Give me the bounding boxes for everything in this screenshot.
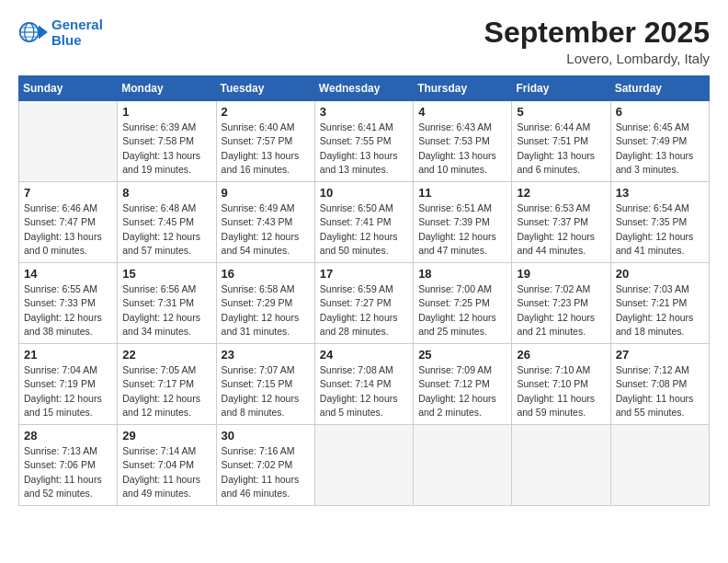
day-info: Sunrise: 6:50 AMSunset: 7:41 PMDaylight:… [320,201,408,258]
day-cell-0-4: 4Sunrise: 6:43 AMSunset: 7:53 PMDaylight… [414,101,512,182]
week-row-3: 14Sunrise: 6:55 AMSunset: 7:33 PMDayligh… [19,263,710,344]
week-row-2: 7Sunrise: 6:46 AMSunset: 7:47 PMDaylight… [19,182,710,263]
day-cell-2-0: 14Sunrise: 6:55 AMSunset: 7:33 PMDayligh… [19,263,118,344]
day-info: Sunrise: 6:55 AMSunset: 7:33 PMDaylight:… [24,282,112,339]
day-info: Sunrise: 6:43 AMSunset: 7:53 PMDaylight:… [418,121,506,177]
logo-line2: Blue [51,32,82,48]
col-monday: Monday [118,76,216,101]
day-cell-3-4: 25Sunrise: 7:09 AMSunset: 7:12 PMDayligh… [414,344,512,425]
day-number: 13 [616,186,704,200]
day-cell-0-5: 5Sunrise: 6:44 AMSunset: 7:51 PMDaylight… [512,101,610,182]
col-sunday: Sunday [19,76,118,101]
day-cell-3-0: 21Sunrise: 7:04 AMSunset: 7:19 PMDayligh… [19,344,118,425]
day-cell-3-1: 22Sunrise: 7:05 AMSunset: 7:17 PMDayligh… [118,344,216,425]
day-info: Sunrise: 7:04 AMSunset: 7:19 PMDaylight:… [24,363,112,419]
day-number: 7 [24,186,112,200]
day-info: Sunrise: 7:16 AMSunset: 7:02 PMDaylight:… [222,444,310,500]
day-info: Sunrise: 6:51 AMSunset: 7:39 PMDaylight:… [418,201,506,258]
day-cell-3-2: 23Sunrise: 7:07 AMSunset: 7:15 PMDayligh… [216,344,314,425]
day-cell-1-2: 9Sunrise: 6:49 AMSunset: 7:43 PMDaylight… [216,182,314,263]
day-cell-0-3: 3Sunrise: 6:41 AMSunset: 7:55 PMDaylight… [314,101,413,182]
svg-marker-5 [39,26,48,40]
day-cell-4-3 [314,425,413,506]
col-saturday: Saturday [610,76,709,101]
logo: General Blue [18,17,103,49]
day-number: 26 [517,348,605,362]
day-info: Sunrise: 6:53 AMSunset: 7:37 PMDaylight:… [517,201,605,258]
day-number: 3 [320,105,408,119]
day-cell-3-5: 26Sunrise: 7:10 AMSunset: 7:10 PMDayligh… [512,344,610,425]
day-info: Sunrise: 6:41 AMSunset: 7:55 PMDaylight:… [320,121,408,177]
col-wednesday: Wednesday [314,76,413,101]
logo-icon [18,17,48,47]
day-info: Sunrise: 6:44 AMSunset: 7:51 PMDaylight:… [517,121,605,177]
day-info: Sunrise: 6:49 AMSunset: 7:43 PMDaylight:… [222,201,310,258]
day-number: 24 [320,348,408,362]
week-row-1: 1Sunrise: 6:39 AMSunset: 7:58 PMDaylight… [19,101,710,182]
day-cell-4-1: 29Sunrise: 7:14 AMSunset: 7:04 PMDayligh… [118,425,216,506]
day-cell-1-0: 7Sunrise: 6:46 AMSunset: 7:47 PMDaylight… [19,182,118,263]
day-info: Sunrise: 7:07 AMSunset: 7:15 PMDaylight:… [222,363,310,419]
col-thursday: Thursday [414,76,512,101]
day-number: 27 [616,348,704,362]
header: General Blue September 2025 Lovero, Lomb… [18,17,710,66]
logo-line1: General [51,17,103,32]
day-info: Sunrise: 6:45 AMSunset: 7:49 PMDaylight:… [616,121,704,177]
day-number: 30 [222,429,310,442]
day-info: Sunrise: 7:02 AMSunset: 7:23 PMDaylight:… [517,282,605,339]
day-info: Sunrise: 6:58 AMSunset: 7:29 PMDaylight:… [222,282,310,339]
day-info: Sunrise: 6:46 AMSunset: 7:47 PMDaylight:… [24,201,112,258]
day-number: 6 [616,105,704,119]
day-cell-4-2: 30Sunrise: 7:16 AMSunset: 7:02 PMDayligh… [216,425,314,506]
day-cell-0-2: 2Sunrise: 6:40 AMSunset: 7:57 PMDaylight… [216,101,314,182]
day-number: 10 [320,186,408,200]
location-title: Lovero, Lombardy, Italy [484,51,710,66]
day-cell-2-4: 18Sunrise: 7:00 AMSunset: 7:25 PMDayligh… [414,263,512,344]
day-cell-4-5 [512,425,610,506]
day-info: Sunrise: 6:40 AMSunset: 7:57 PMDaylight:… [222,121,310,177]
day-info: Sunrise: 7:14 AMSunset: 7:04 PMDaylight:… [122,444,210,500]
page: General Blue September 2025 Lovero, Lomb… [0,0,728,563]
day-number: 18 [418,267,506,281]
calendar-header-row: Sunday Monday Tuesday Wednesday Thursday… [19,76,710,101]
day-number: 4 [418,105,506,119]
day-info: Sunrise: 7:08 AMSunset: 7:14 PMDaylight:… [320,363,408,419]
day-cell-4-0: 28Sunrise: 7:13 AMSunset: 7:06 PMDayligh… [19,425,118,506]
day-number: 9 [222,186,310,200]
day-info: Sunrise: 7:03 AMSunset: 7:21 PMDaylight:… [616,282,704,339]
day-number: 23 [222,348,310,362]
day-info: Sunrise: 7:09 AMSunset: 7:12 PMDaylight:… [418,363,506,419]
day-info: Sunrise: 7:10 AMSunset: 7:10 PMDaylight:… [517,363,605,419]
day-info: Sunrise: 6:56 AMSunset: 7:31 PMDaylight:… [122,282,210,339]
day-number: 14 [24,267,112,281]
day-info: Sunrise: 6:54 AMSunset: 7:35 PMDaylight:… [616,201,704,258]
day-cell-1-3: 10Sunrise: 6:50 AMSunset: 7:41 PMDayligh… [314,182,413,263]
day-info: Sunrise: 7:12 AMSunset: 7:08 PMDaylight:… [616,363,704,419]
day-cell-1-4: 11Sunrise: 6:51 AMSunset: 7:39 PMDayligh… [414,182,512,263]
day-cell-0-0 [19,101,118,182]
day-number: 8 [122,186,210,200]
day-number: 29 [122,429,210,442]
day-cell-1-6: 13Sunrise: 6:54 AMSunset: 7:35 PMDayligh… [610,182,709,263]
week-row-5: 28Sunrise: 7:13 AMSunset: 7:06 PMDayligh… [19,425,710,506]
day-cell-3-3: 24Sunrise: 7:08 AMSunset: 7:14 PMDayligh… [314,344,413,425]
day-cell-3-6: 27Sunrise: 7:12 AMSunset: 7:08 PMDayligh… [610,344,709,425]
day-info: Sunrise: 6:59 AMSunset: 7:27 PMDaylight:… [320,282,408,339]
day-cell-2-3: 17Sunrise: 6:59 AMSunset: 7:27 PMDayligh… [314,263,413,344]
day-cell-4-4 [414,425,512,506]
day-info: Sunrise: 7:13 AMSunset: 7:06 PMDaylight:… [24,444,112,500]
week-row-4: 21Sunrise: 7:04 AMSunset: 7:19 PMDayligh… [19,344,710,425]
logo-text: General Blue [51,17,103,49]
day-number: 20 [616,267,704,281]
day-number: 2 [222,105,310,119]
day-cell-2-1: 15Sunrise: 6:56 AMSunset: 7:31 PMDayligh… [118,263,216,344]
day-info: Sunrise: 7:00 AMSunset: 7:25 PMDaylight:… [418,282,506,339]
day-number: 25 [418,348,506,362]
day-number: 5 [517,105,605,119]
day-number: 15 [122,267,210,281]
day-cell-2-6: 20Sunrise: 7:03 AMSunset: 7:21 PMDayligh… [610,263,709,344]
day-info: Sunrise: 6:39 AMSunset: 7:58 PMDaylight:… [122,121,210,177]
title-block: September 2025 Lovero, Lombardy, Italy [484,17,710,66]
day-number: 16 [222,267,310,281]
col-tuesday: Tuesday [216,76,314,101]
